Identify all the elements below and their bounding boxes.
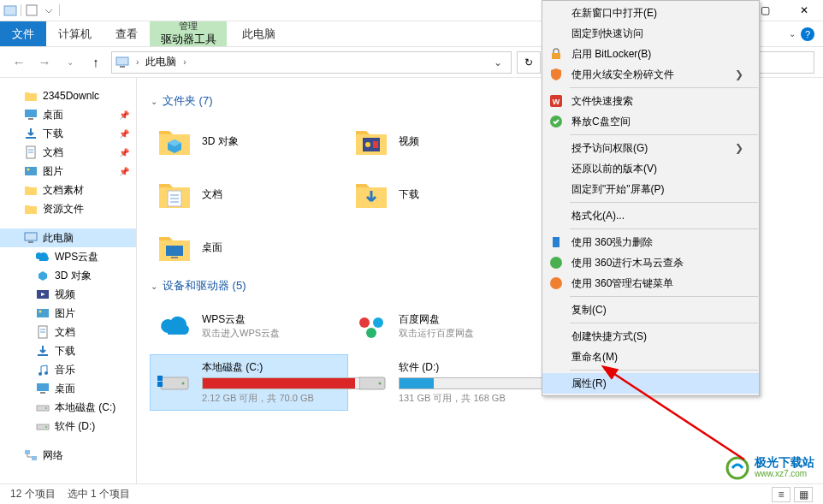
sidebar-item[interactable]: 3D 对象	[0, 266, 136, 285]
nav-back[interactable]: ←	[9, 52, 29, 73]
menu-item[interactable]: 在新窗口中打开(E)	[542, 3, 759, 23]
svg-point-60	[379, 382, 382, 385]
refresh-btn[interactable]: ↻	[517, 51, 541, 74]
sidebar-item[interactable]: 图片📌	[0, 162, 136, 181]
menu-item[interactable]: 启用 BitLocker(B)	[542, 44, 759, 64]
desktop-folder-icon	[156, 228, 193, 266]
bitlocker-icon	[549, 47, 563, 61]
sidebar-item[interactable]: 桌面	[0, 379, 136, 398]
folder-tile[interactable]: 视频	[347, 117, 544, 165]
svg-rect-57	[157, 376, 163, 381]
submenu-arrow-icon: ❯	[735, 68, 743, 80]
drive-tile[interactable]: 本地磁盘 (C:)2.12 GB 可用，共 70.0 GB	[151, 355, 347, 410]
svg-rect-37	[373, 141, 378, 148]
nav-recent[interactable]: ⌄	[60, 52, 80, 73]
menu-item-label: 释放C盘空间	[571, 115, 631, 129]
svg-point-30	[45, 426, 47, 428]
sidebar-item[interactable]: 下载	[0, 341, 136, 360]
help-icon[interactable]: ?	[801, 27, 814, 41]
chevron-right-icon[interactable]: ›	[181, 57, 187, 67]
sidebar-item[interactable]: 桌面📌	[0, 105, 136, 124]
ribbon-contextual[interactable]: 管理 驱动器工具	[150, 21, 227, 46]
address-segment[interactable]: 此电脑	[145, 55, 176, 69]
drive-tile[interactable]: 百度网盘双击运行百度网盘	[347, 302, 544, 350]
menu-item[interactable]: 释放C盘空间	[542, 111, 759, 132]
view-icons-btn[interactable]: ▦	[794, 487, 813, 502]
sidebar-item[interactable]: 2345Downlc	[0, 86, 136, 105]
sidebar-item-label: WPS云盘	[55, 250, 98, 264]
svg-point-67	[550, 277, 562, 289]
menu-item[interactable]: 复制(C)	[542, 299, 759, 320]
drive-sub: 2.12 GB 可用，共 70.0 GB	[202, 392, 360, 405]
folder-tile[interactable]: 文档	[151, 170, 347, 218]
sidebar-item[interactable]: 资源文件	[0, 199, 136, 218]
menu-item-label: 授予访问权限(G)	[571, 141, 648, 156]
menu-item[interactable]: 使用火绒安全粉碎文件❯	[542, 64, 759, 85]
menu-item[interactable]: 格式化(A)...	[542, 205, 759, 226]
svg-point-66	[550, 257, 562, 269]
svg-rect-5	[28, 118, 33, 120]
menu-item[interactable]: 重命名(M)	[542, 347, 759, 367]
sidebar-item-label: 视频	[55, 288, 75, 302]
ribbon-collapse[interactable]: ⌄	[789, 29, 796, 39]
folder-tile[interactable]: 下载	[347, 170, 544, 218]
menu-item[interactable]: 使用 360强力删除	[542, 232, 759, 252]
sidebar-item[interactable]: 软件 (D:)	[0, 417, 136, 436]
menu-item-label: 使用 360进行木马云查杀	[571, 256, 684, 270]
cleanup-icon	[549, 115, 563, 128]
sidebar-item[interactable]: 文档	[0, 323, 136, 341]
qat-btn2[interactable]	[42, 3, 56, 17]
menu-item[interactable]: 使用 360管理右键菜单	[542, 273, 759, 294]
contextual-header: 管理	[179, 21, 198, 32]
qat-btn1[interactable]	[25, 3, 38, 17]
svg-rect-2	[116, 57, 128, 65]
sidebar-item[interactable]: 视频	[0, 285, 136, 304]
sidebar-item[interactable]: WPS云盘	[0, 247, 136, 266]
folder-tile[interactable]: 桌面	[151, 223, 347, 271]
sidebar-item[interactable]: 图片	[0, 304, 136, 323]
menu-item[interactable]: 还原以前的版本(V)	[542, 158, 759, 179]
menu-item[interactable]: 授予访问权限(G)❯	[542, 138, 759, 158]
svg-rect-26	[40, 392, 45, 394]
sidebar-item-label: 桌面	[55, 382, 75, 396]
nav-up[interactable]: ↑	[86, 52, 106, 73]
svg-rect-61	[552, 53, 560, 59]
drive-label: 软件 (D:)	[399, 360, 557, 375]
sidebar-item[interactable]: 本地磁盘 (C:)	[0, 398, 136, 417]
chevron-down-icon: ⌄	[151, 282, 157, 291]
sidebar-item[interactable]: 文档素材	[0, 181, 136, 199]
ribbon-file[interactable]: 文件	[0, 21, 46, 46]
window-icon	[3, 3, 17, 17]
sidebar-this-pc[interactable]: 此电脑	[0, 228, 136, 247]
drive-label: WPS云盘	[202, 312, 342, 327]
folder-tile[interactable]: 3D 对象	[151, 117, 347, 165]
menu-item[interactable]: 创建快捷方式(S)	[542, 326, 759, 347]
3d-folder-icon	[156, 122, 193, 160]
ribbon-view[interactable]: 查看	[104, 21, 150, 46]
ribbon-computer[interactable]: 计算机	[46, 21, 104, 46]
sidebar-item[interactable]: 下载📌	[0, 124, 136, 143]
sidebar-item[interactable]: 音乐	[0, 360, 136, 379]
menu-separator	[570, 134, 758, 135]
menu-item[interactable]: W文件快速搜索	[542, 91, 759, 111]
watermark-logo	[725, 456, 749, 480]
address-box[interactable]: › 此电脑 › ⌄	[111, 51, 512, 74]
close-btn[interactable]: ✕	[785, 0, 823, 21]
menu-item[interactable]: 属性(R)	[542, 373, 759, 394]
view-details-btn[interactable]: ≡	[772, 487, 790, 502]
address-dropdown[interactable]: ⌄	[488, 56, 507, 68]
360-green-icon	[549, 256, 563, 270]
svg-rect-32	[32, 456, 37, 460]
svg-point-49	[359, 317, 370, 328]
drive-tile[interactable]: WPS云盘双击进入WPS云盘	[151, 302, 347, 350]
menu-item[interactable]: 固定到"开始"屏幕(P)	[542, 179, 759, 199]
drive-tile[interactable]: 软件 (D:)131 GB 可用，共 168 GB	[347, 355, 544, 410]
menu-item[interactable]: 固定到快速访问	[542, 23, 759, 44]
svg-rect-0	[4, 6, 16, 15]
svg-rect-48	[171, 257, 178, 258]
sidebar-item[interactable]: 文档📌	[0, 143, 136, 162]
sidebar-network[interactable]: 网络	[0, 446, 136, 465]
menu-separator	[570, 87, 758, 88]
menu-item[interactable]: 使用 360进行木马云查杀	[542, 252, 759, 273]
menu-separator	[570, 296, 758, 297]
